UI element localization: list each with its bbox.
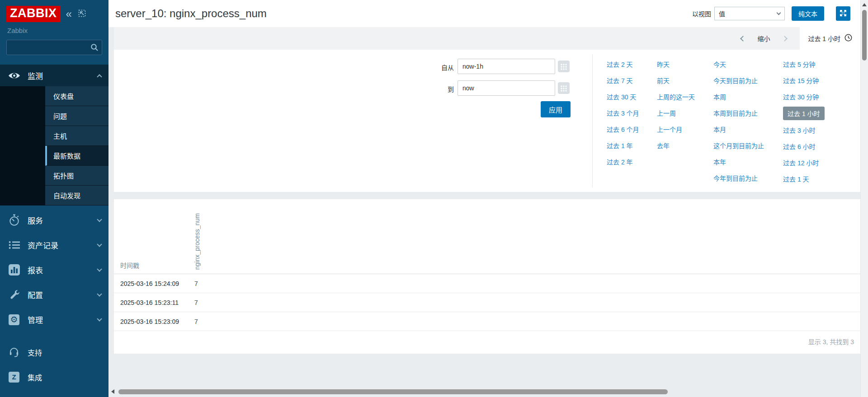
chevron-down-icon xyxy=(97,316,102,321)
table-row: 2025-03-16 15:24:09 7 xyxy=(114,274,860,293)
quick-range-link[interactable]: 今年到目前为止 xyxy=(713,170,764,186)
quick-range-link[interactable]: 过去 15 分钟 xyxy=(783,72,825,89)
sidebar-item-configuration[interactable]: 配置 xyxy=(0,282,108,307)
sidebar-item-services[interactable]: 服务 xyxy=(0,208,108,233)
quick-range-link[interactable]: 过去 1 天 xyxy=(783,171,825,187)
calendar-icon xyxy=(558,89,570,95)
to-input[interactable] xyxy=(458,80,555,96)
quick-range-link[interactable]: 过去 30 天 xyxy=(607,89,639,105)
vertical-scrollbar[interactable] xyxy=(860,0,868,397)
eye-icon xyxy=(7,71,21,80)
quick-range-column-4: 过去 5 分钟 过去 15 分钟 过去 30 分钟 过去 1 小时 过去 3 小… xyxy=(783,56,825,187)
from-label: 自从 xyxy=(403,63,454,72)
quick-range-link[interactable]: 过去 12 小时 xyxy=(783,154,825,171)
sidebar-item-problems[interactable]: 问题 xyxy=(45,106,108,126)
search-input[interactable] xyxy=(6,40,102,55)
timestamp-cell: 2025-03-16 15:24:09 xyxy=(114,280,194,287)
quick-range-link[interactable]: 本年 xyxy=(713,154,764,170)
quick-range-link[interactable]: 过去 7 天 xyxy=(607,72,639,89)
timestamp-cell: 2025-03-16 15:23:11 xyxy=(114,299,194,306)
chevron-down-icon xyxy=(97,242,102,247)
main-content: server_10: nginx_process_num 以视图 值 纯文本 xyxy=(108,0,860,397)
table-header: 时间戳 nginx_process_num xyxy=(114,199,860,274)
view-as-selected-value: 值 xyxy=(719,9,725,18)
quick-range-link[interactable]: 过去 1 年 xyxy=(607,137,639,154)
quick-range-link[interactable]: 本周到目前为止 xyxy=(713,105,764,121)
hide-sidebar-icon[interactable] xyxy=(78,9,86,19)
time-shift-forward-button[interactable] xyxy=(775,27,793,50)
chevron-down-icon xyxy=(97,217,102,222)
sidebar-item-hosts[interactable]: 主机 xyxy=(45,126,108,146)
sidebar-item-discovery[interactable]: 自动发现 xyxy=(45,186,108,206)
horizontal-scrollbar-thumb[interactable] xyxy=(118,389,668,394)
quick-range-link[interactable]: 上一个月 xyxy=(657,121,695,137)
time-shift-back-button[interactable] xyxy=(734,27,752,50)
quick-range-link[interactable]: 去年 xyxy=(657,137,695,154)
gear-icon: ⚙ xyxy=(7,314,21,325)
quick-range-link[interactable]: 过去 6 个月 xyxy=(607,121,639,137)
row-count-status: 显示 3, 共找到 3 xyxy=(114,331,860,346)
collapse-sidebar-icon[interactable]: « xyxy=(66,9,72,19)
page-title: server_10: nginx_process_num xyxy=(115,7,267,20)
quick-range-link[interactable]: 上一周 xyxy=(657,105,695,121)
plain-text-button[interactable]: 纯文本 xyxy=(792,6,824,21)
sidebar-item-maps[interactable]: 拓扑图 xyxy=(45,166,108,186)
chevron-down-icon xyxy=(97,266,102,271)
sidebar-item-dashboard[interactable]: 仪表盘 xyxy=(45,86,108,106)
sidebar-item-help[interactable]: ? 帮助 xyxy=(0,389,108,397)
apply-button[interactable]: 应用 xyxy=(541,101,571,117)
to-calendar-button[interactable] xyxy=(558,82,570,94)
from-calendar-button[interactable] xyxy=(558,61,570,72)
quick-range-link[interactable]: 过去 3 小时 xyxy=(783,122,825,138)
title-bar: server_10: nginx_process_num 以视图 值 纯文本 xyxy=(108,0,860,27)
quick-range-link[interactable]: 今天到目前为止 xyxy=(713,72,764,89)
sidebar-header: ZABBIX « xyxy=(0,0,108,22)
quick-range-link[interactable]: 过去 2 年 xyxy=(607,154,639,170)
sidebar-menu: 监测 仪表盘 问题 主机 最新数据 拓扑图 自动发现 服务 xyxy=(0,65,108,332)
quick-range-link[interactable]: 本月 xyxy=(713,121,764,137)
scroll-left-arrow-icon[interactable] xyxy=(111,389,114,394)
chevron-right-icon xyxy=(782,36,788,42)
quick-range-link[interactable]: 过去 2 天 xyxy=(607,56,639,72)
value-cell: 7 xyxy=(194,299,198,306)
quick-range-link[interactable]: 本周 xyxy=(713,89,764,105)
filter-divider xyxy=(592,54,593,187)
sidebar-item-latest-data[interactable]: 最新数据 xyxy=(45,146,108,166)
horizontal-scrollbar[interactable] xyxy=(108,388,860,396)
sidebar-item-integrations[interactable]: Z 集成 xyxy=(0,364,108,389)
time-range-tab[interactable]: 过去 1 小时 xyxy=(800,27,860,50)
quick-range-link[interactable]: 这个月到目前为止 xyxy=(713,137,764,154)
search-icon[interactable] xyxy=(90,43,99,51)
zabbix-logo[interactable]: ZABBIX xyxy=(6,6,61,22)
sidebar-item-administration[interactable]: ⚙ 管理 xyxy=(0,307,108,332)
time-tab-row: 缩小 过去 1 小时 xyxy=(114,27,860,50)
vertical-scrollbar-thumb[interactable] xyxy=(862,10,867,61)
quick-range-link[interactable]: 过去 6 小时 xyxy=(783,138,825,154)
scroll-up-arrow-icon[interactable] xyxy=(862,3,867,6)
time-filter-body: 自从 到 xyxy=(114,50,860,192)
quick-range-link[interactable]: 上周的这一天 xyxy=(657,89,695,105)
quick-range-column-3: 今天 今天到目前为止 本周 本周到目前为止 本月 这个月到目前为止 本年 今年到… xyxy=(713,56,764,186)
quick-range-link[interactable]: 过去 3 个月 xyxy=(607,105,639,121)
value-cell: 7 xyxy=(194,318,198,325)
sidebar-item-monitoring[interactable]: 监测 xyxy=(0,65,108,86)
chevron-down-icon xyxy=(777,11,781,15)
sidebar-item-inventory[interactable]: 资产记录 xyxy=(0,233,108,257)
bar-chart-icon xyxy=(7,264,21,276)
quick-range-link[interactable]: 过去 30 分钟 xyxy=(783,89,825,105)
sidebar-item-support[interactable]: 支持 xyxy=(0,340,108,364)
zoom-out-button[interactable]: 缩小 xyxy=(752,34,775,43)
view-as-select[interactable]: 值 xyxy=(714,7,785,20)
quick-range-link-selected[interactable]: 过去 1 小时 xyxy=(783,107,825,120)
sidebar-item-reports[interactable]: 报表 xyxy=(0,257,108,282)
chevron-left-icon xyxy=(740,36,746,42)
quick-range-link[interactable]: 今天 xyxy=(713,56,764,72)
fullscreen-button[interactable] xyxy=(836,6,850,21)
timestamp-cell: 2025-03-16 15:23:09 xyxy=(114,318,194,325)
quick-range-link[interactable]: 昨天 xyxy=(657,56,695,72)
quick-range-link[interactable]: 过去 5 分钟 xyxy=(783,56,825,72)
quick-range-link[interactable]: 前天 xyxy=(657,72,695,89)
z-square-icon: Z xyxy=(7,372,21,383)
from-input[interactable] xyxy=(458,59,555,74)
monitoring-submenu: 仪表盘 问题 主机 最新数据 拓扑图 自动发现 xyxy=(0,86,108,206)
